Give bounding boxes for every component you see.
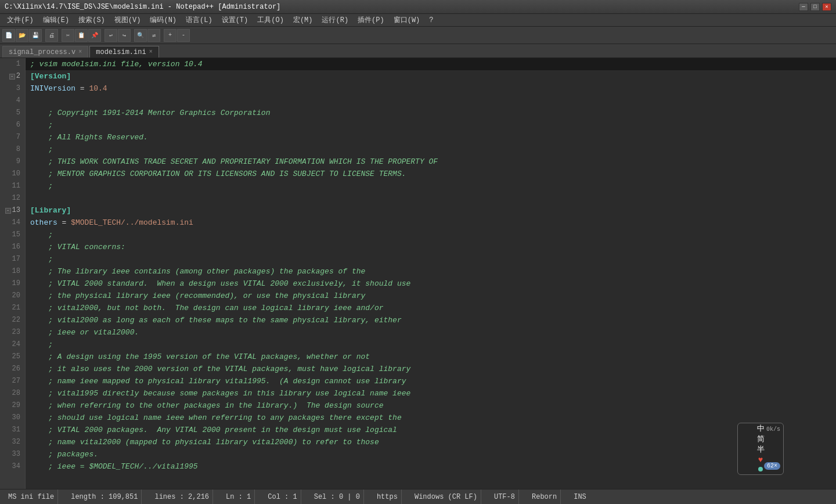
toolbar-new[interactable]: 📄 xyxy=(2,29,15,42)
code-line-33[interactable]: ; packages. xyxy=(26,448,836,460)
code-line-19[interactable]: ; VITAL 2000 standard. When a design use… xyxy=(26,278,836,290)
status-encoding-link[interactable]: https xyxy=(373,489,402,504)
line-number-11: 11 xyxy=(5,180,20,192)
menu-item-文件[interactable]: 文件(F) xyxy=(2,14,38,26)
code-line-15[interactable]: ; xyxy=(26,229,836,241)
comment-span: ; A design using the 1995 version of the… xyxy=(30,351,370,363)
comment-span: ; name ieee mapped to physical library v… xyxy=(30,375,406,387)
code-line-14[interactable]: others = $MODEL_TECH/../modelsim.ini xyxy=(26,217,836,229)
section-span: [Library] xyxy=(30,204,71,217)
toolbar-undo[interactable]: ↩ xyxy=(105,29,117,42)
fold-indicator-2[interactable]: - xyxy=(9,74,15,80)
toolbar-zoom-in[interactable]: + xyxy=(164,29,176,42)
toolbar-replace[interactable]: ⇌ xyxy=(147,29,160,42)
menu-item-运行[interactable]: 运行(R) xyxy=(317,14,353,26)
comment-span: ; xyxy=(30,180,53,192)
code-line-10[interactable]: ; MENTOR GRAPHICS CORPORATION OR ITS LIC… xyxy=(26,168,836,180)
comment-span: ; xyxy=(30,253,53,265)
section-span: [Version] xyxy=(30,70,71,82)
code-line-21[interactable]: ; vital2000, but not both. The design ca… xyxy=(26,302,836,314)
minimize-button[interactable]: ─ xyxy=(799,3,808,11)
comment-span: ; packages. xyxy=(30,448,98,460)
code-line-9[interactable]: ; THIS WORK CONTAINS TRADE SECRET AND PR… xyxy=(26,156,836,168)
line-number-8: 8 xyxy=(5,143,20,156)
line-number-13: -13 xyxy=(5,204,20,217)
code-line-26[interactable]: ; it also uses the 2000 version of the V… xyxy=(26,363,836,375)
line-number-29: 29 xyxy=(5,399,20,412)
code-line-5[interactable]: ; Copyright 1991-2014 Mentor Graphics Co… xyxy=(26,107,836,119)
code-line-29[interactable]: ; when referring to the other packages i… xyxy=(26,399,836,412)
line-number-24: 24 xyxy=(5,339,20,351)
line-number-22: 22 xyxy=(5,314,20,326)
line-number-3: 3 xyxy=(5,82,20,95)
key-span: others xyxy=(30,217,57,229)
code-line-22[interactable]: ; vital2000 as long as each of these map… xyxy=(26,314,836,326)
code-line-27[interactable]: ; name ieee mapped to physical library v… xyxy=(26,375,836,387)
menu-item-宏[interactable]: 宏(M) xyxy=(289,14,318,26)
code-line-13[interactable]: [Library] xyxy=(26,204,836,217)
tab-close-0[interactable]: × xyxy=(78,49,82,55)
code-line-20[interactable]: ; the physical library ieee (recommended… xyxy=(26,290,836,302)
menu-item-编码[interactable]: 编码(N) xyxy=(145,14,181,26)
code-line-17[interactable]: ; xyxy=(26,253,836,265)
menu-item-插件[interactable]: 插件(P) xyxy=(353,14,389,26)
comment-span: ; VITAL 2000 packages. Any VITAL 2000 pr… xyxy=(30,424,397,436)
menu-item-窗口[interactable]: 窗口(W) xyxy=(389,14,425,26)
comment-span: ; name vital2000 (mapped to physical lib… xyxy=(30,436,379,448)
toolbar-zoom-out[interactable]: - xyxy=(177,29,190,42)
fold-indicator-13[interactable]: - xyxy=(5,208,11,214)
code-line-8[interactable]: ; xyxy=(26,143,836,156)
code-line-32[interactable]: ; name vital2000 (mapped to physical lib… xyxy=(26,436,836,448)
overlay-line2: 简 xyxy=(757,434,765,445)
code-line-12[interactable] xyxy=(26,192,836,204)
code-line-3[interactable]: INIVersion = 10.4 xyxy=(26,82,836,95)
code-line-30[interactable]: ; should use logical name ieee when refe… xyxy=(26,412,836,424)
line-numbers: 1-23456789101112-13141516171819202122232… xyxy=(0,58,26,489)
code-line-4[interactable] xyxy=(26,95,836,107)
menu-item-编辑[interactable]: 编辑(E) xyxy=(38,14,74,26)
menu-item-语言[interactable]: 语言(L) xyxy=(181,14,217,26)
code-line-11[interactable]: ; xyxy=(26,180,836,192)
menu-item-搜索[interactable]: 搜索(S) xyxy=(74,14,110,26)
tab-close-1[interactable]: × xyxy=(149,49,153,55)
code-area[interactable]: ; vsim modelsim.ini file, version 10.4[V… xyxy=(26,58,836,489)
toolbar-find[interactable]: 🔍 xyxy=(134,29,147,42)
code-line-31[interactable]: ; VITAL 2000 packages. Any VITAL 2000 pr… xyxy=(26,424,836,436)
toolbar-open[interactable]: 📂 xyxy=(16,29,28,42)
code-line-24[interactable]: ; xyxy=(26,339,836,351)
code-line-28[interactable]: ; vital1995 directly because some packag… xyxy=(26,387,836,399)
line-number-12: 12 xyxy=(5,192,20,204)
code-line-23[interactable]: ; ieee or vital2000. xyxy=(26,326,836,339)
code-line-16[interactable]: ; VITAL concerns: xyxy=(26,241,836,253)
menu-item-工具[interactable]: 工具(O) xyxy=(253,14,289,26)
code-line-25[interactable]: ; A design using the 1995 version of the… xyxy=(26,351,836,363)
status-action[interactable]: Reborn xyxy=(528,489,561,504)
tab-0[interactable]: signal_process.v× xyxy=(2,46,88,57)
toolbar-redo[interactable]: ↪ xyxy=(118,29,131,42)
toolbar-cut[interactable]: ✂ xyxy=(62,29,74,42)
code-line-2[interactable]: [Version] xyxy=(26,70,836,82)
line-number-7: 7 xyxy=(5,131,20,143)
status-file-type: MS ini file xyxy=(5,489,58,504)
code-line-1[interactable]: ; vsim modelsim.ini file, version 10.4 xyxy=(26,58,836,70)
toolbar-copy[interactable]: 📋 xyxy=(75,29,88,42)
tab-bar: signal_process.v×modelsim.ini × xyxy=(0,44,836,58)
toolbar-print[interactable]: 🖨 xyxy=(45,29,58,42)
maximize-button[interactable]: □ xyxy=(810,3,820,11)
tab-1[interactable]: modelsim.ini × xyxy=(89,46,158,57)
code-line-34[interactable]: ; ieee = $MODEL_TECH/../vital1995 xyxy=(26,460,836,473)
overlay-widget[interactable]: 0k/s 中 简 半 ♥ 62× xyxy=(737,423,784,475)
editor: 1-23456789101112-13141516171819202122232… xyxy=(0,58,836,489)
comment-span: ; xyxy=(30,119,53,131)
code-line-6[interactable]: ; xyxy=(26,119,836,131)
code-line-18[interactable]: ; The library ieee contains (among other… xyxy=(26,265,836,278)
close-button[interactable]: ✕ xyxy=(822,3,831,11)
code-line-7[interactable]: ; All Rights Reserved. xyxy=(26,131,836,143)
toolbar-paste[interactable]: 📌 xyxy=(88,29,101,42)
toolbar-save[interactable]: 💾 xyxy=(29,29,42,42)
menu-item-设置[interactable]: 设置(T) xyxy=(217,14,253,26)
line-number-28: 28 xyxy=(5,387,20,399)
menu-item-视图[interactable]: 视图(V) xyxy=(110,14,146,26)
menu-item-?[interactable]: ? xyxy=(424,15,438,26)
comment-span: ; xyxy=(30,229,53,241)
